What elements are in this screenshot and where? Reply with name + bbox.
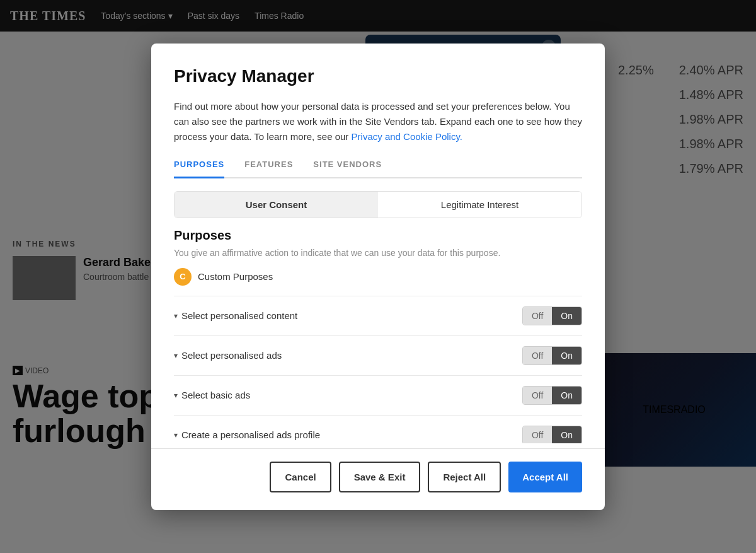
chevron-icon: ▾ [174, 351, 178, 360]
toggle-off-button[interactable]: Off [523, 307, 552, 325]
custom-purposes-label: Custom Purposes [198, 271, 273, 282]
toggle-label-personalised-ads[interactable]: ▾ Select personalised ads [174, 350, 282, 361]
toggle-on-button[interactable]: On [552, 307, 581, 325]
save-exit-button[interactable]: Save & Exit [339, 462, 421, 492]
modal-footer: Cancel Save & Exit Reject All Accept All [151, 448, 605, 510]
accept-all-button[interactable]: Accept All [508, 462, 582, 492]
toggle-row-ads-profile: ▾ Create a personalised ads profile Off … [174, 415, 582, 443]
toggle-row-personalised-content: ▾ Select personalised content Off On [174, 296, 582, 335]
toggle-control-personalised-content: Off On [522, 306, 582, 325]
chevron-icon: ▾ [174, 391, 178, 400]
chevron-icon: ▾ [174, 311, 178, 320]
consent-tabs: User Consent Legitimate Interest [174, 191, 582, 218]
tab-features[interactable]: FEATURES [244, 160, 293, 177]
consent-tab-legitimate[interactable]: Legitimate Interest [378, 192, 581, 218]
purposes-title: Purposes [174, 228, 582, 243]
custom-purposes-row: C Custom Purposes [174, 268, 582, 286]
privacy-policy-link[interactable]: Privacy and Cookie Policy. [352, 131, 462, 142]
toggle-row-personalised-ads: ▾ Select personalised ads Off On [174, 335, 582, 375]
toggle-row-basic-ads: ▾ Select basic ads Off On [174, 375, 582, 415]
toggle-label-basic-ads[interactable]: ▾ Select basic ads [174, 390, 250, 400]
modal-tabs: PURPOSES FEATURES SITE VENDORS [174, 160, 582, 178]
toggle-label-personalised-content[interactable]: ▾ Select personalised content [174, 310, 297, 321]
custom-badge: C [174, 268, 192, 286]
cancel-button[interactable]: Cancel [270, 462, 331, 492]
toggle-control-basic-ads: Off On [522, 386, 582, 405]
modal-title: Privacy Manager [174, 66, 582, 86]
toggle-label-ads-profile[interactable]: ▾ Create a personalised ads profile [174, 429, 320, 440]
tab-site-vendors[interactable]: SITE VENDORS [313, 160, 382, 177]
toggle-on-button[interactable]: On [552, 426, 581, 443]
modal-scroll-area: User Consent Legitimate Interest Purpose… [151, 178, 605, 443]
modal-description: Find out more about how your personal da… [174, 99, 582, 144]
toggle-on-button[interactable]: On [552, 347, 581, 364]
consent-tab-user[interactable]: User Consent [175, 192, 378, 218]
toggle-off-button[interactable]: Off [523, 426, 552, 443]
toggle-off-button[interactable]: Off [523, 347, 552, 364]
tab-purposes[interactable]: PURPOSES [174, 160, 224, 178]
privacy-manager-modal: Privacy Manager Find out more about how … [151, 44, 605, 510]
toggle-control-ads-profile: Off On [522, 426, 582, 443]
purposes-section: Purposes You give an affirmative action … [174, 228, 582, 443]
chevron-icon: ▾ [174, 431, 178, 439]
toggle-off-button[interactable]: Off [523, 387, 552, 404]
toggle-control-personalised-ads: Off On [522, 346, 582, 365]
purposes-description: You give an affirmative action to indica… [174, 248, 582, 258]
reject-all-button[interactable]: Reject All [428, 462, 501, 492]
toggle-on-button[interactable]: On [552, 387, 581, 404]
